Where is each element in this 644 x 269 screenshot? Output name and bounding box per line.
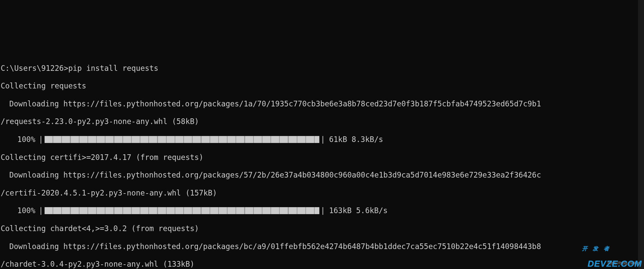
progress-stats: 163kB 5.6kB/s [329,206,388,215]
progress-percent: 100% [17,135,35,144]
collecting-line: Collecting certifi>=2017.4.17 (from requ… [1,153,644,162]
download-line: Downloading https://files.pythonhosted.o… [1,99,644,108]
progress-line-requests: 100% || 61kB 8.3kB/s [1,135,644,144]
terminal-output: C:\Users\91226>pip install requests Coll… [0,54,644,269]
download-line-cont: /requests-2.23.0-py2.py3-none-any.whl (5… [1,117,644,126]
progress-stats: 61kB 8.3kB/s [329,135,383,144]
collecting-line: Collecting requests [1,81,644,90]
progress-bar [45,207,319,214]
watermark-bottom: DEVZE.COM [587,259,642,269]
progress-percent: 100% [17,206,35,215]
watermark-top: 开 发 者 [582,246,642,251]
progress-bar [45,136,319,143]
download-line-cont: /certifi-2020.4.5.1-py2.py3-none-any.whl… [1,189,644,198]
prompt-line: C:\Users\91226>pip install requests [1,64,644,73]
download-line: Downloading https://files.pythonhosted.o… [1,242,644,251]
watermark-logo: 开 发 者 DEVZE.COM [582,229,642,268]
progress-line-certifi: 100% || 163kB 5.6kB/s [1,206,644,215]
download-line-cont: /chardet-3.0.4-py2.py3-none-any.whl (133… [1,260,644,269]
download-line: Downloading https://files.pythonhosted.o… [1,171,644,180]
collecting-line: Collecting chardet<4,>=3.0.2 (from reque… [1,224,644,233]
